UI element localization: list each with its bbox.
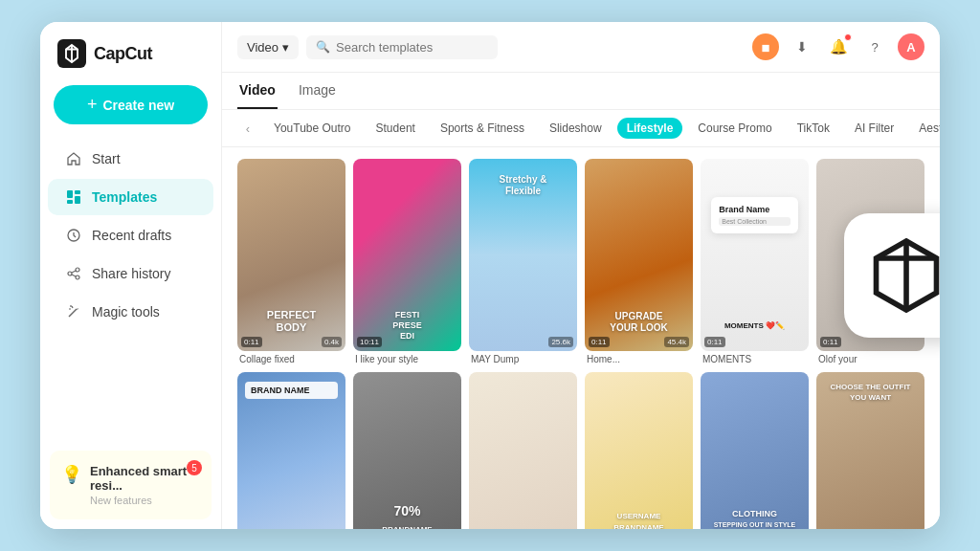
cat-ai-filter[interactable]: AI Filter [845,118,903,139]
category-row: ‹ YouTube Outro Student Sports & Fitness… [222,110,940,147]
svg-rect-4 [75,190,80,194]
sidebar-item-start-label: Start [92,151,121,166]
template-card-7[interactable]: BRAND NAME [237,372,345,529]
card-1-overlay: PERFECTBODY [237,309,345,334]
card-1-duration: 0:11 [241,337,262,347]
video-dropdown-label: Video [247,40,278,55]
sidebar-item-history-label: Share history [92,266,170,281]
brand-name-text: Brand Name [719,205,790,214]
template-card-1[interactable]: PERFECTBODY 0:11 0.4k Collage fixed [237,159,345,364]
search-icon: 🔍 [316,40,330,54]
category-prev-arrow[interactable]: ‹ [237,118,258,139]
color-swatch-icon[interactable]: ■ [752,33,779,60]
card-7-brand-text: BRAND NAME [251,386,332,395]
card-3-overlay: Stretchy &Flexible [469,174,577,197]
template-card-5[interactable]: Brand Name Best Collection MOMENTS ❤️✏️ … [701,159,809,364]
create-new-label: Create new [102,98,174,113]
cat-aesthetic[interactable]: Aesthetic [909,118,940,139]
card-1-views: 0.4k [322,337,342,347]
sidebar-item-share-history[interactable]: Share history [48,255,213,292]
cat-slideshow[interactable]: Slideshow [540,118,612,139]
plus-icon: + [87,95,98,115]
top-icons-area: ■ ⬇ 🔔 ? A [752,33,924,60]
sidebar-item-start[interactable]: Start [48,141,213,177]
search-area: Video ▾ 🔍 [237,35,498,59]
sidebar-item-templates[interactable]: Templates [48,179,213,215]
card-12-overlay: CHOOSE THE OUTFITYOU WANT [816,382,924,403]
tab-image[interactable]: Image [297,73,338,109]
smart-feature-badge: 5 [187,460,202,475]
svg-rect-5 [75,196,80,204]
top-bar: Video ▾ 🔍 ■ ⬇ 🔔 ? A [222,22,940,73]
sidebar-item-magic-tools[interactable]: Magic tools [48,294,213,330]
template-card-2[interactable]: FESTIPRESEEDI 10:11 I like your style [353,159,461,364]
create-new-button[interactable]: + Create new [54,85,208,124]
tab-video[interactable]: Video [237,73,278,109]
chevron-down-icon: ▾ [282,40,289,55]
template-card-12[interactable]: CHOOSE THE OUTFITYOU WANT [816,372,924,529]
sidebar-item-magic-label: Magic tools [92,304,160,320]
card-8-overlay: 70%BRANDNAME [353,503,461,529]
drafts-icon [65,227,82,244]
card-4-label: Home... [585,354,693,364]
sidebar-item-recent-drafts[interactable]: Recent drafts [48,217,213,253]
logo-text: CapCut [94,44,152,64]
template-card-3[interactable]: Stretchy &Flexible 25.6k MAY Dump [469,159,577,364]
cat-sports-fitness[interactable]: Sports & Fitness [431,118,534,139]
tab-bar: Video Image [222,73,940,110]
search-input[interactable] [336,40,488,55]
card-5-moments: MOMENTS ❤️✏️ [701,321,809,330]
avatar-icon[interactable]: A [898,33,924,60]
sidebar-item-templates-label: Templates [92,189,157,205]
card-6-label: Olof your [816,354,924,364]
search-input-wrap: 🔍 [306,35,498,59]
card-3-label: MAY Dump [469,354,577,364]
home-icon [65,150,82,167]
card-4-overlay: UPGRADEYOUR LOOK [585,311,693,334]
cat-course-promo[interactable]: Course Promo [688,118,781,139]
brand-collection-text: Best Collection [719,217,790,226]
smart-feature-subtitle: New features [90,495,200,506]
help-icon[interactable]: ? [861,33,888,60]
card-6-duration: 0:11 [820,337,841,347]
svg-rect-3 [67,190,73,198]
share-icon [65,265,82,282]
svg-line-13 [69,309,77,317]
card-2-duration: 10:11 [357,337,382,347]
template-card-4[interactable]: UPGRADEYOUR LOOK 0:11 45.4k Home... [585,159,693,364]
capcut-floating-logo [844,213,940,338]
card-11-overlay: CLOTHINGSTEPPING OUT IN STYLEOOTD [701,509,809,529]
template-card-9[interactable]: 0:11 25.6k Feeling good trend [469,372,577,529]
card-10-overlay: USERNAMEBRANDNAMEPASSWORD [585,511,693,529]
template-grid-row2: BRAND NAME 70%BRANDNAME 10:11 [237,372,924,529]
capcut-logo-icon [57,39,86,68]
smart-feature-banner[interactable]: 💡 Enhanced smart resi... New features 5 [50,451,212,519]
sidebar-item-drafts-label: Recent drafts [92,228,171,243]
video-dropdown[interactable]: Video ▾ [237,35,299,59]
cat-youtube-outro[interactable]: YouTube Outro [264,118,361,139]
card-5-duration: 0:11 [704,337,725,347]
cat-student[interactable]: Student [367,118,425,139]
svg-rect-6 [67,200,73,204]
capcut-logo-svg [863,232,940,319]
download-icon[interactable]: ⬇ [789,33,815,60]
notification-badge [844,33,852,41]
cat-lifestyle[interactable]: Lifestyle [617,118,683,139]
card-5-label: MOMENTS [701,354,809,364]
template-card-11[interactable]: CLOTHINGSTEPPING OUT IN STYLEOOTD 25.6k … [701,372,809,529]
svg-line-17 [72,306,73,308]
magic-icon [65,303,82,320]
template-card-10[interactable]: USERNAMEBRANDNAMEPASSWORD [585,372,693,529]
template-grid-area: PERFECTBODY 0:11 0.4k Collage fixed FEST… [222,147,940,529]
svg-line-11 [72,271,76,273]
notification-icon[interactable]: 🔔 [825,33,852,60]
sidebar: CapCut + Create new Start Templates Rece… [40,22,222,529]
card-1-label: Collage fixed [237,354,345,364]
cat-tiktok[interactable]: TikTok [788,118,839,139]
main-content: Video ▾ 🔍 ■ ⬇ 🔔 ? A Video Image [222,22,940,529]
template-card-8[interactable]: 70%BRANDNAME 10:11 [353,372,461,529]
template-grid-row1: PERFECTBODY 0:11 0.4k Collage fixed FEST… [237,159,924,364]
svg-point-8 [76,268,79,272]
smart-feature-title: Enhanced smart resi... [90,464,200,493]
svg-point-10 [76,276,79,279]
